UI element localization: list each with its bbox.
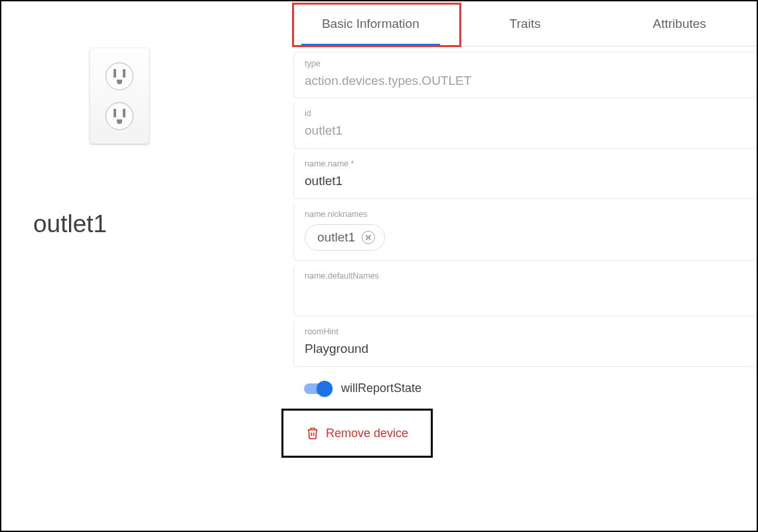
input-type[interactable] bbox=[305, 74, 746, 88]
basic-info-form: type id name.name * name.nicknames outle… bbox=[293, 46, 757, 458]
device-name-heading: outlet1 bbox=[33, 210, 280, 238]
tab-label: Traits bbox=[510, 17, 541, 31]
device-summary-panel: outlet1 bbox=[1, 1, 293, 531]
field-label-id: id bbox=[305, 109, 746, 118]
input-default-names[interactable] bbox=[305, 286, 746, 300]
field-label-default-names: name.defaultNames bbox=[305, 271, 746, 281]
remove-device-label: Remove device bbox=[326, 427, 408, 440]
field-default-names[interactable]: name.defaultNames bbox=[293, 265, 757, 316]
device-detail-panel: Basic Information Traits Attributes type… bbox=[293, 1, 757, 531]
remove-device-button[interactable]: Remove device bbox=[306, 426, 408, 440]
field-label-nicknames: name.nicknames bbox=[305, 210, 746, 219]
tab-label: Attributes bbox=[653, 17, 706, 31]
will-report-state-label: willReportState bbox=[341, 381, 421, 395]
field-label-room-hint: roomHint bbox=[305, 327, 746, 336]
field-name-name[interactable]: name.name * bbox=[293, 153, 757, 199]
field-nicknames[interactable]: name.nicknames outlet1 bbox=[293, 203, 757, 261]
will-report-state-toggle[interactable] bbox=[304, 383, 331, 394]
input-id[interactable] bbox=[305, 123, 746, 138]
tab-label: Basic Information bbox=[322, 17, 419, 31]
outlet-socket-top bbox=[106, 62, 133, 90]
field-label-name-name: name.name * bbox=[305, 159, 746, 168]
field-label-type: type bbox=[305, 59, 746, 68]
toggle-thumb bbox=[317, 381, 333, 397]
input-room-hint[interactable] bbox=[305, 342, 746, 356]
tabs-bar: Basic Information Traits Attributes bbox=[293, 1, 757, 46]
tab-attributes[interactable]: Attributes bbox=[602, 1, 757, 46]
nickname-chip-label: outlet1 bbox=[317, 230, 355, 245]
field-room-hint[interactable]: roomHint bbox=[293, 320, 757, 367]
remove-device-highlight: Remove device bbox=[281, 409, 433, 458]
remove-chip-icon[interactable] bbox=[362, 231, 375, 244]
device-outlet-image bbox=[90, 48, 149, 144]
trash-icon bbox=[306, 426, 319, 440]
tab-traits[interactable]: Traits bbox=[448, 1, 603, 46]
tab-basic-information[interactable]: Basic Information bbox=[293, 1, 448, 46]
outlet-socket-bottom bbox=[106, 102, 133, 130]
field-type[interactable]: type bbox=[293, 52, 757, 98]
input-name-name[interactable] bbox=[305, 174, 746, 188]
will-report-state-row: willReportState bbox=[293, 371, 757, 401]
field-id[interactable]: id bbox=[293, 102, 757, 149]
nickname-chip: outlet1 bbox=[305, 224, 385, 251]
